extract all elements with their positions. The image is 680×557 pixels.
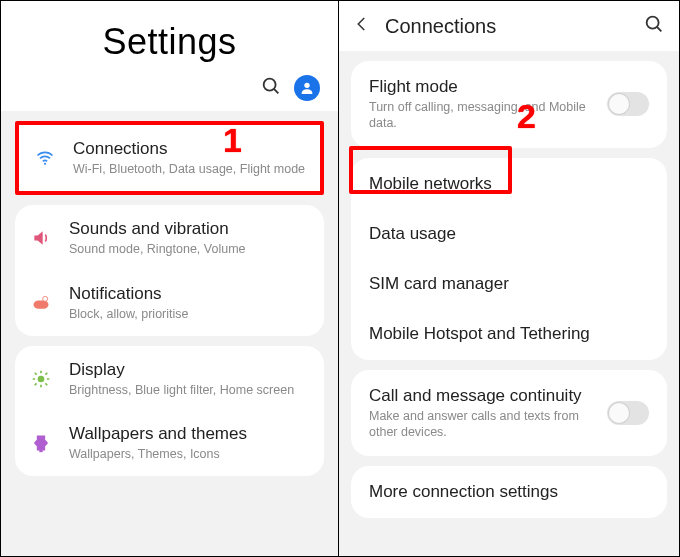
connections-header: Connections	[339, 1, 679, 51]
settings-item-sub: Wallpapers, Themes, Icons	[69, 446, 310, 462]
connections-item-title: Mobile networks	[369, 174, 649, 194]
connections-title: Connections	[385, 15, 629, 38]
connections-item-flight-mode[interactable]: Flight modeTurn off calling, messaging, …	[351, 61, 667, 148]
svg-point-2	[304, 83, 309, 88]
settings-group: ConnectionsWi-Fi, Bluetooth, Data usage,…	[15, 121, 324, 195]
svg-point-0	[264, 79, 276, 91]
connections-item-more-connection-settings[interactable]: More connection settings	[351, 466, 667, 518]
connections-group: Flight modeTurn off calling, messaging, …	[351, 61, 667, 148]
settings-item-notifications[interactable]: NotificationsBlock, allow, prioritise	[15, 272, 324, 336]
svg-point-3	[44, 163, 46, 165]
wall-icon	[29, 433, 53, 453]
search-icon[interactable]	[260, 75, 282, 101]
connections-item-sub: Turn off calling, messaging, and Mobile …	[369, 99, 597, 132]
svg-point-6	[38, 376, 45, 383]
connections-item-mobile-hotspot-and-tethering[interactable]: Mobile Hotspot and Tethering	[351, 310, 667, 360]
connections-item-title: SIM card manager	[369, 274, 649, 294]
connections-item-data-usage[interactable]: Data usage	[351, 210, 667, 260]
settings-item-title: Display	[69, 360, 310, 380]
settings-item-connections[interactable]: ConnectionsWi-Fi, Bluetooth, Data usage,…	[19, 125, 320, 191]
search-icon[interactable]	[643, 13, 665, 39]
connections-item-mobile-networks[interactable]: Mobile networks	[351, 158, 667, 210]
svg-line-1	[274, 89, 278, 93]
wifi-icon	[33, 148, 57, 168]
account-icon[interactable]	[294, 75, 320, 101]
display-icon	[29, 369, 53, 389]
settings-item-sub: Brightness, Blue light filter, Home scre…	[69, 382, 310, 398]
toggle-switch[interactable]	[607, 401, 649, 425]
notif-icon	[29, 293, 53, 313]
settings-group: Sounds and vibrationSound mode, Ringtone…	[15, 205, 324, 336]
connections-item-title: Flight mode	[369, 77, 597, 97]
connections-item-title: More connection settings	[369, 482, 649, 502]
annotation-step-2: 2	[517, 97, 536, 136]
settings-item-title: Notifications	[69, 284, 310, 304]
connections-item-title: Call and message continuity	[369, 386, 597, 406]
settings-header: Settings	[1, 1, 338, 111]
svg-line-12	[45, 383, 47, 385]
connections-item-title: Data usage	[369, 224, 649, 244]
svg-line-17	[657, 27, 661, 31]
settings-item-title: Connections	[73, 139, 306, 159]
annotation-step-1: 1	[223, 121, 242, 160]
connections-group: Call and message continuityMake and answ…	[351, 370, 667, 457]
settings-item-sub: Block, allow, prioritise	[69, 306, 310, 322]
connections-pane: Connections Flight modeTurn off calling,…	[339, 1, 679, 556]
settings-pane: Settings ConnectionsWi-Fi, Bluetooth, Da…	[1, 1, 339, 556]
svg-point-5	[43, 296, 48, 301]
svg-line-14	[45, 373, 47, 375]
connections-item-call-and-message-continuity[interactable]: Call and message continuityMake and answ…	[351, 370, 667, 457]
connections-item-title: Mobile Hotspot and Tethering	[369, 324, 649, 344]
svg-line-11	[35, 373, 37, 375]
connections-group: More connection settings	[351, 466, 667, 518]
settings-item-title: Wallpapers and themes	[69, 424, 310, 444]
settings-item-wallpapers-and-themes[interactable]: Wallpapers and themesWallpapers, Themes,…	[15, 412, 324, 476]
svg-rect-4	[34, 300, 49, 308]
settings-item-sounds-and-vibration[interactable]: Sounds and vibrationSound mode, Ringtone…	[15, 205, 324, 271]
connections-item-sub: Make and answer calls and texts from oth…	[369, 408, 597, 441]
back-icon[interactable]	[353, 15, 371, 37]
settings-title: Settings	[1, 21, 338, 63]
settings-item-sub: Wi-Fi, Bluetooth, Data usage, Flight mod…	[73, 161, 306, 177]
sound-icon	[29, 228, 53, 248]
toggle-switch[interactable]	[607, 92, 649, 116]
settings-item-title: Sounds and vibration	[69, 219, 310, 239]
connections-group: Mobile networksData usageSIM card manage…	[351, 158, 667, 360]
settings-item-display[interactable]: DisplayBrightness, Blue light filter, Ho…	[15, 346, 324, 412]
svg-rect-15	[39, 447, 42, 452]
svg-line-13	[35, 383, 37, 385]
svg-point-16	[647, 17, 659, 29]
connections-item-sim-card-manager[interactable]: SIM card manager	[351, 260, 667, 310]
settings-item-sub: Sound mode, Ringtone, Volume	[69, 241, 310, 257]
settings-group: DisplayBrightness, Blue light filter, Ho…	[15, 346, 324, 477]
